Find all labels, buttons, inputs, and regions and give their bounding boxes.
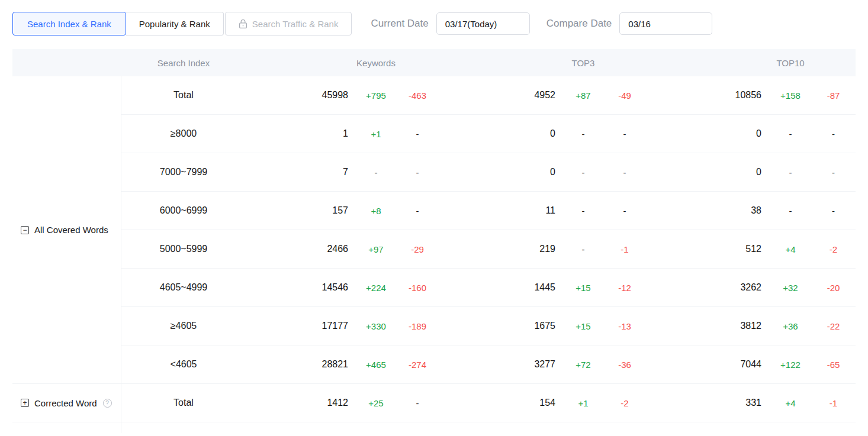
row-value: -: [562, 167, 604, 177]
row-value: +36: [770, 321, 811, 331]
row-value: -12: [604, 283, 645, 293]
row-value: +795: [355, 91, 397, 101]
tab-search-index-rank[interactable]: Search Index & Rank: [12, 12, 126, 35]
compare-date-input[interactable]: [619, 12, 712, 35]
row-label: 4605~4999: [121, 282, 246, 293]
col-header-search-index: Search Index: [121, 58, 246, 68]
help-icon[interactable]: ?: [103, 399, 112, 408]
row-value: -: [811, 206, 856, 216]
row-value: -2: [811, 244, 856, 254]
col-header-top3: TOP3: [562, 58, 604, 68]
compare-date-label: Compare Date: [546, 18, 612, 30]
row-value: -1: [811, 398, 856, 408]
row-value: 28821: [246, 359, 355, 370]
row-value: 0: [645, 128, 770, 139]
row-value: +15: [562, 283, 604, 293]
row-value: -: [397, 167, 438, 177]
row-value: +330: [355, 321, 397, 331]
row-label: 7000~7999: [121, 167, 246, 177]
col-header-keywords: Keywords: [355, 58, 397, 68]
row-value: +4: [770, 398, 811, 408]
row-value: -: [562, 129, 604, 139]
table-row: Total1412+25-154+1-2331+4-1: [121, 384, 856, 422]
row-value: +97: [355, 244, 397, 254]
row-value: +158: [770, 91, 811, 101]
table-row: <460528821+465-2743277+72-367044+122-65: [121, 345, 856, 384]
row-value: 1445: [438, 282, 562, 293]
row-value: -65: [811, 360, 856, 370]
row-value: +15: [562, 321, 604, 331]
current-date-input[interactable]: [436, 12, 530, 35]
row-value: -29: [397, 244, 438, 254]
row-value: 0: [438, 167, 562, 177]
table-row: ≥80001+1-0--0--: [121, 115, 856, 153]
row-value: +465: [355, 360, 397, 370]
table-row: 7000~79997--0--0--: [121, 153, 856, 192]
tab-search-traffic-rank[interactable]: Search Traffic & Rank: [225, 12, 352, 35]
row-value: +25: [355, 398, 397, 408]
sidebar-group-all-covered-words[interactable]: − All Covered Words: [12, 76, 121, 384]
page: Search Index & Rank Popularity & Rank Se…: [0, 12, 868, 436]
row-value: -20: [811, 283, 856, 293]
row-label: ≥8000: [121, 128, 246, 139]
row-value: 17177: [246, 321, 355, 331]
row-value: 4952: [438, 90, 562, 101]
partial-row: [121, 422, 856, 433]
row-value: 0: [438, 128, 562, 139]
row-label: Total: [121, 398, 246, 408]
row-label: <4605: [121, 359, 246, 370]
sidebar-group-label: All Covered Words: [34, 225, 108, 235]
row-value: -: [562, 206, 604, 216]
row-value: -: [604, 167, 645, 177]
row-value: -2: [604, 398, 645, 408]
row-value: -: [397, 129, 438, 139]
row-value: -13: [604, 321, 645, 331]
table-header: Search Index Keywords TOP3 TOP10: [12, 49, 856, 76]
tab-label: Search Traffic & Rank: [252, 19, 339, 29]
current-date-label: Current Date: [371, 18, 428, 30]
row-value: +122: [770, 360, 811, 370]
row-value: -: [562, 244, 604, 254]
row-value: -: [397, 398, 438, 408]
row-value: +72: [562, 360, 604, 370]
row-value: 14546: [246, 282, 355, 293]
row-value: -22: [811, 321, 856, 331]
row-value: 3812: [645, 321, 770, 331]
row-value: 157: [246, 205, 355, 216]
row-value: +8: [355, 206, 397, 216]
table-row: 4605~499914546+224-1601445+15-123262+32-…: [121, 269, 856, 307]
row-value: 219: [438, 244, 562, 254]
row-value: 38: [645, 205, 770, 216]
row-value: 3277: [438, 359, 562, 370]
row-value: -: [770, 129, 811, 139]
row-value: +224: [355, 283, 397, 293]
table-row: ≥460517177+330-1891675+15-133812+36-22: [121, 307, 856, 345]
row-label: 6000~6999: [121, 205, 246, 216]
row-label: 5000~5999: [121, 244, 246, 254]
table-sidebar: − All Covered Words + Corrected Word ?: [12, 76, 121, 433]
table-row: 6000~6999157+8-11--38--: [121, 192, 856, 230]
row-value: +4: [770, 244, 811, 254]
row-value: 1412: [246, 398, 355, 408]
row-value: +32: [770, 283, 811, 293]
row-value: -1: [604, 244, 645, 254]
expand-icon[interactable]: +: [21, 399, 29, 407]
row-value: -: [811, 129, 856, 139]
collapse-icon[interactable]: −: [21, 226, 29, 234]
row-value: 2466: [246, 244, 355, 254]
row-value: -: [355, 167, 397, 177]
row-value: +1: [562, 398, 604, 408]
row-value: -463: [397, 91, 438, 101]
row-value: -36: [604, 360, 645, 370]
row-value: 0: [645, 167, 770, 177]
row-value: -: [811, 167, 856, 177]
row-value: 1675: [438, 321, 562, 331]
row-value: -87: [811, 91, 856, 101]
sidebar-group-corrected-word[interactable]: + Corrected Word ?: [12, 384, 121, 422]
tab-popularity-rank[interactable]: Popularity & Rank: [126, 12, 224, 35]
table-row: 5000~59992466+97-29219--1512+4-2: [121, 230, 856, 269]
table-body: − All Covered Words + Corrected Word ? T…: [12, 76, 856, 433]
row-value: 11: [438, 205, 562, 216]
top-toolbar: Search Index & Rank Popularity & Rank Se…: [12, 12, 868, 35]
row-label: ≥4605: [121, 321, 246, 331]
